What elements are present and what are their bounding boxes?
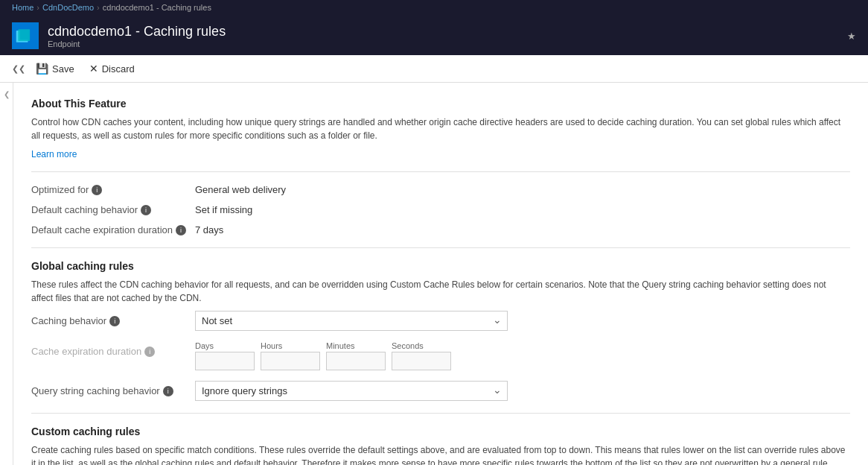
expiration-duration-label: Default cache expiration duration <box>31 224 173 235</box>
optimized-info-icon[interactable]: i <box>92 185 102 195</box>
default-caching-label: Default caching behavior <box>31 204 138 215</box>
expiration-duration-value: 7 days <box>195 224 223 235</box>
breadcrumb-cdndocdemo[interactable]: CdnDocDemo <box>42 3 94 12</box>
about-title: About This Feature <box>31 98 850 110</box>
app-icon <box>12 22 39 49</box>
discard-button[interactable]: ✕ Discard <box>82 60 142 78</box>
caching-behavior-info-icon[interactable]: i <box>109 316 120 326</box>
seconds-label: Seconds <box>392 341 451 350</box>
about-description: Control how CDN caches your content, inc… <box>31 116 850 142</box>
optimized-for-value: General web delivery <box>195 184 286 195</box>
seconds-field: Seconds 0 <box>392 341 451 370</box>
caching-behavior-row: Caching behavior i Not set Bypass cache … <box>31 311 850 331</box>
page-subtitle: Endpoint <box>48 39 226 48</box>
minutes-label: Minutes <box>326 341 386 350</box>
save-icon: 💾 <box>36 63 48 75</box>
save-button[interactable]: 💾 Save <box>28 60 82 78</box>
global-title: Global caching rules <box>31 260 850 272</box>
hours-input[interactable]: 0 <box>261 352 320 370</box>
page-title: cdndocdemo1 - Caching rules <box>48 24 226 39</box>
divider-3 <box>31 413 850 414</box>
custom-section: Custom caching rules Create caching rule… <box>31 426 850 465</box>
default-caching-row: Default caching behavior i Set if missin… <box>31 204 850 215</box>
hours-field: Hours 0 <box>261 341 320 370</box>
sidebar-toggle[interactable]: ❮❮ <box>12 64 28 74</box>
pin-button[interactable]: ★ <box>835 16 868 55</box>
expiration-info-icon[interactable]: i <box>176 225 186 235</box>
days-label: Days <box>195 341 255 350</box>
custom-description: Create caching rules based on specific m… <box>31 443 850 465</box>
seconds-input[interactable]: 0 <box>392 352 451 370</box>
breadcrumb-current: cdndocdemo1 - Caching rules <box>103 3 211 12</box>
global-section: Global caching rules These rules affect … <box>31 260 850 401</box>
info-rows: Optimized for i General web delivery Def… <box>31 184 850 235</box>
cache-expiration-info-icon[interactable]: i <box>144 347 155 357</box>
cache-expiration-row: Cache expiration duration i Days 0 Hours… <box>31 341 850 370</box>
query-string-row: Query string caching behavior i Ignore q… <box>31 381 850 401</box>
discard-icon: ✕ <box>89 63 98 75</box>
hours-label: Hours <box>261 341 320 350</box>
main-content: About This Feature Control how CDN cache… <box>13 83 868 465</box>
query-string-select[interactable]: Ignore query strings Bypass caching for … <box>195 381 508 401</box>
learn-more-link[interactable]: Learn more <box>31 149 77 159</box>
divider-1 <box>31 171 850 172</box>
breadcrumb-home[interactable]: Home <box>12 3 33 12</box>
sidebar-collapse[interactable]: ❮ <box>0 83 13 465</box>
custom-title: Custom caching rules <box>31 426 850 437</box>
global-description: These rules affect the CDN caching behav… <box>31 278 850 305</box>
query-string-label: Query string caching behavior <box>31 385 160 396</box>
divider-2 <box>31 247 850 248</box>
about-section: About This Feature Control how CDN cache… <box>31 98 850 159</box>
breadcrumb: Home › CdnDocDemo › cdndocdemo1 - Cachin… <box>0 0 868 16</box>
expiration-duration-row: Default cache expiration duration i 7 da… <box>31 224 850 235</box>
days-input[interactable]: 0 <box>195 352 255 370</box>
optimized-for-row: Optimized for i General web delivery <box>31 184 850 195</box>
page-header: cdndocdemo1 - Caching rules Endpoint ★ <box>0 16 868 55</box>
svg-rect-2 <box>18 29 30 41</box>
default-caching-value: Set if missing <box>195 204 252 215</box>
optimized-for-label: Optimized for <box>31 184 89 195</box>
minutes-field: Minutes 0 <box>326 341 386 370</box>
default-caching-info-icon[interactable]: i <box>141 205 151 215</box>
caching-behavior-label: Caching behavior <box>31 315 106 326</box>
minutes-input[interactable]: 0 <box>326 352 386 370</box>
cache-expiration-label: Cache expiration duration <box>31 346 141 357</box>
days-field: Days 0 <box>195 341 255 370</box>
query-string-info-icon[interactable]: i <box>163 386 173 396</box>
caching-behavior-select[interactable]: Not set Bypass cache Override Set if mis… <box>195 311 508 331</box>
toolbar: ❮❮ 💾 Save ✕ Discard <box>0 55 868 83</box>
